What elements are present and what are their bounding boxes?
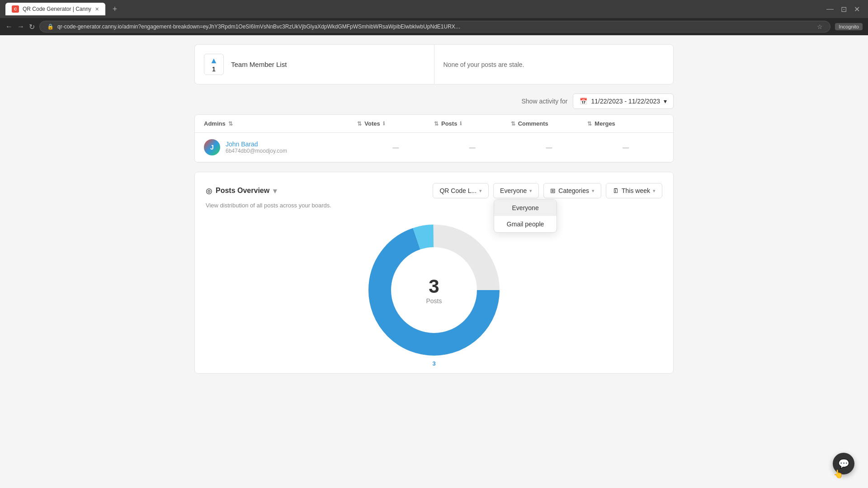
categories-chevron-icon: ▾ [592,188,594,194]
user-details: John Barad 6b474db0@moodjoy.com [226,141,287,154]
merges-value: — [587,144,664,151]
activity-section: Show activity for 📅 11/22/2023 - 11/22/2… [194,94,674,163]
overview-filters: QR Code L... ▾ Everyone ▾ Everyone [433,183,662,198]
user-email: 6b474db0@moodjoy.com [226,148,287,154]
back-button[interactable]: ← [5,23,13,31]
avatar: J [204,139,220,155]
board-filter-button[interactable]: QR Code L... ▾ [433,183,489,198]
overview-subtitle: View distribution of all posts across yo… [206,202,662,209]
audience-dropdown: Everyone Gmail people [494,199,557,233]
user-info: J John Barad 6b474db0@moodjoy.com [204,139,357,155]
new-tab-button[interactable]: + [109,4,121,15]
user-name[interactable]: John Barad [226,141,287,148]
reload-button[interactable]: ↻ [29,23,35,31]
overview-chevron-icon[interactable]: ▾ [273,187,277,195]
overview-card: ◎ Posts Overview ▾ QR Code L... ▾ Everyo… [194,172,674,374]
vote-up-icon: ▲ [210,56,218,66]
donut-label: Posts [426,297,442,305]
overview-header: ◎ Posts Overview ▾ QR Code L... ▾ Everyo… [206,183,662,198]
browser-tab[interactable]: C QR Code Generator | Canny ✕ [5,3,105,15]
sort-admins-icon[interactable]: ⇅ [228,121,233,127]
col-votes: ⇅ Votes ℹ [357,120,434,127]
overview-title-text: Posts Overview [216,187,269,195]
calendar-period-icon: 🗓 [613,187,619,194]
table-row: J John Barad 6b474db0@moodjoy.com — — — … [195,133,673,162]
date-filter-bar: Show activity for 📅 11/22/2023 - 11/22/2… [194,94,674,109]
votes-value: — [357,144,434,151]
page-content: ▲ 1 Team Member List None of your posts … [0,35,868,488]
col-comments: ⇅ Comments [511,120,588,127]
audience-chevron-icon: ▾ [529,188,532,194]
incognito-badge: Incognito [835,23,863,30]
tab-close-button[interactable]: ✕ [95,6,99,12]
overview-title: ◎ Posts Overview ▾ [206,187,277,195]
close-button[interactable]: ✕ [851,5,863,14]
posts-value: — [434,144,511,151]
posts-overview-icon: ◎ [206,187,212,195]
bookmark-icon[interactable]: ☆ [817,23,823,30]
col-merges: ⇅ Merges [587,120,664,127]
show-activity-label: Show activity for [521,98,567,105]
top-section: ▲ 1 Team Member List None of your posts … [194,44,674,84]
browser-chrome: C QR Code Generator | Canny ✕ + — ⊡ ✕ [0,0,868,18]
address-input[interactable]: 🔒 qr-code-generator.canny.io/admin?engag… [39,21,830,33]
dropdown-item-gmail-people[interactable]: Gmail people [494,216,557,232]
sort-merges-icon[interactable]: ⇅ [587,121,592,127]
audience-filter-label: Everyone [500,187,527,194]
table-header: Admins ⇅ ⇅ Votes ℹ ⇅ Posts ℹ ⇅ Comments [195,115,673,133]
activity-table-card: Admins ⇅ ⇅ Votes ℹ ⇅ Posts ℹ ⇅ Comments [194,114,674,163]
vote-box[interactable]: ▲ 1 [204,54,224,75]
url-text: qr-code-generator.canny.io/admin?engagem… [57,23,464,30]
chart-bottom-label: 3 [432,360,435,367]
date-range-text: 11/22/2023 - 11/22/2023 [591,98,660,105]
col-admins: Admins ⇅ [204,120,357,127]
donut-chart: 3 Posts 3 [362,218,506,362]
col-merges-label: Merges [594,120,615,127]
chat-icon: 💬 [838,458,849,469]
votes-info-icon[interactable]: ℹ [383,121,385,127]
team-member-list-card: ▲ 1 Team Member List [194,44,434,84]
chat-button[interactable]: 💬 [833,453,854,474]
audience-filter-button[interactable]: Everyone ▾ Everyone Gmail people [493,183,539,198]
sort-votes-icon[interactable]: ⇅ [357,121,362,127]
date-chevron-icon: ▾ [664,98,667,105]
col-votes-label: Votes [364,120,380,127]
sort-posts-icon[interactable]: ⇅ [434,121,439,127]
donut-total: 3 [426,276,442,297]
categories-grid-icon: ⊞ [550,187,556,194]
date-picker-button[interactable]: 📅 11/22/2023 - 11/22/2023 ▾ [573,94,674,109]
address-bar: ← → ↻ 🔒 qr-code-generator.canny.io/admin… [0,18,868,35]
sort-comments-icon[interactable]: ⇅ [511,121,515,127]
board-chevron-icon: ▾ [479,188,482,194]
col-posts-label: Posts [441,120,457,127]
restore-button[interactable]: ⊡ [838,5,849,14]
address-icons: ☆ [817,23,823,30]
tab-title: QR Code Generator | Canny [23,6,91,12]
categories-filter-label: Categories [558,187,589,194]
col-admins-label: Admins [204,120,226,127]
board-filter-label: QR Code L... [439,187,476,194]
everyone-option: Everyone [512,204,539,211]
posts-info-icon[interactable]: ℹ [460,121,462,127]
window-controls: — ⊡ ✕ [824,5,863,14]
col-comments-label: Comments [518,120,548,127]
donut-center: 3 Posts [426,276,442,305]
period-chevron-icon: ▾ [653,188,656,194]
period-filter-label: This week [622,187,650,194]
minimize-button[interactable]: — [824,5,836,14]
categories-filter-button[interactable]: ⊞ Categories ▾ [543,183,601,198]
comments-value: — [511,144,588,151]
col-posts: ⇅ Posts ℹ [434,120,511,127]
stale-posts-card: None of your posts are stale. [434,44,674,84]
dropdown-item-everyone[interactable]: Everyone [494,200,557,216]
period-filter-button[interactable]: 🗓 This week ▾ [606,183,662,198]
chart-area: 3 Posts 3 [206,218,662,362]
tab-favicon: C [12,5,19,13]
calendar-icon: 📅 [580,98,587,105]
gmail-people-option: Gmail people [507,221,544,228]
stale-message: None of your posts are stale. [443,61,524,68]
vote-count: 1 [212,66,216,73]
overview-section: ◎ Posts Overview ▾ QR Code L... ▾ Everyo… [194,172,674,374]
forward-button[interactable]: → [17,23,24,31]
post-title: Team Member List [231,61,287,68]
